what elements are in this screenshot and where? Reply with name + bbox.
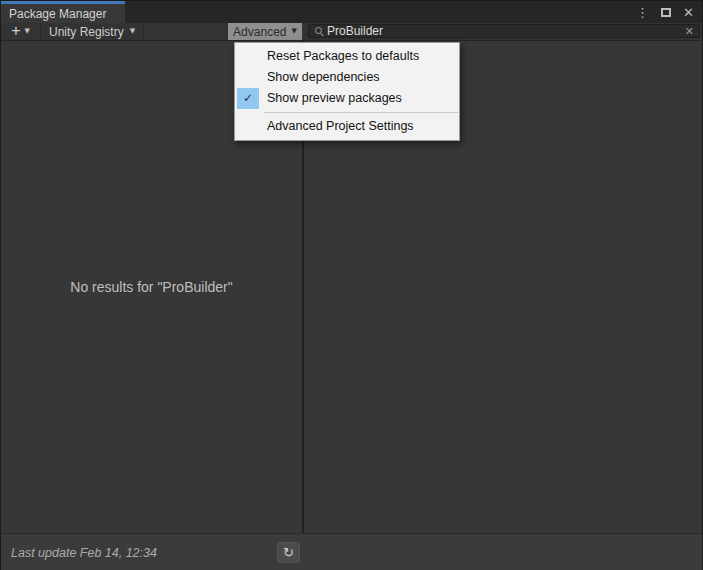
search-icon [314, 26, 324, 36]
search-field[interactable]: ✕ [308, 24, 700, 38]
empty-results-message: No results for "ProBuilder" [70, 279, 232, 295]
refresh-button[interactable]: ↻ [277, 542, 300, 563]
kebab-menu-icon[interactable]: ⋮ [636, 6, 649, 19]
menu-item-show-preview-packages[interactable]: ✓ Show preview packages [235, 88, 459, 109]
menu-item-label: Show dependencies [267, 70, 380, 84]
add-package-button[interactable]: + ▼ [1, 23, 41, 40]
maximize-icon[interactable] [661, 8, 671, 17]
menu-separator [264, 112, 458, 113]
menu-item-label: Reset Packages to defaults [267, 49, 419, 63]
titlebar-spacer [125, 1, 636, 23]
search-input[interactable] [327, 24, 685, 38]
plus-icon: + [11, 23, 20, 39]
tab-package-manager[interactable]: Package Manager [1, 1, 125, 23]
registry-dropdown[interactable]: Unity Registry ▼ [41, 23, 144, 40]
titlebar: Package Manager ⋮ ✕ [1, 1, 702, 23]
chevron-down-icon: ▼ [291, 28, 296, 35]
menu-item-reset-packages[interactable]: Reset Packages to defaults [235, 46, 459, 67]
close-icon[interactable]: ✕ [683, 6, 694, 19]
advanced-dropdown-menu: Reset Packages to defaults Show dependen… [234, 42, 460, 141]
chevron-down-icon: ▼ [24, 28, 29, 35]
registry-label: Unity Registry [49, 25, 124, 39]
advanced-dropdown-button[interactable]: Advanced ▼ [228, 23, 302, 40]
menu-item-label: Advanced Project Settings [267, 119, 414, 133]
menu-item-label: Show preview packages [267, 91, 402, 105]
checkmark-icon: ✓ [237, 88, 259, 109]
package-manager-window: Package Manager ⋮ ✕ + ▼ Unity Registry ▼… [0, 0, 703, 570]
window-controls: ⋮ ✕ [636, 1, 702, 23]
refresh-icon: ↻ [283, 546, 294, 559]
advanced-label: Advanced [233, 25, 286, 39]
last-update-label: Last update Feb 14, 12:34 [11, 546, 157, 560]
tab-label: Package Manager [9, 7, 106, 21]
status-bar: Last update Feb 14, 12:34 ↻ [1, 533, 702, 570]
toolbar-spacer [144, 23, 228, 40]
menu-item-advanced-project-settings[interactable]: Advanced Project Settings [235, 116, 459, 137]
toolbar: + ▼ Unity Registry ▼ Advanced ▼ ✕ [1, 23, 702, 41]
chevron-down-icon: ▼ [130, 28, 135, 35]
menu-item-show-dependencies[interactable]: Show dependencies [235, 67, 459, 88]
search-clear-icon[interactable]: ✕ [685, 26, 694, 37]
